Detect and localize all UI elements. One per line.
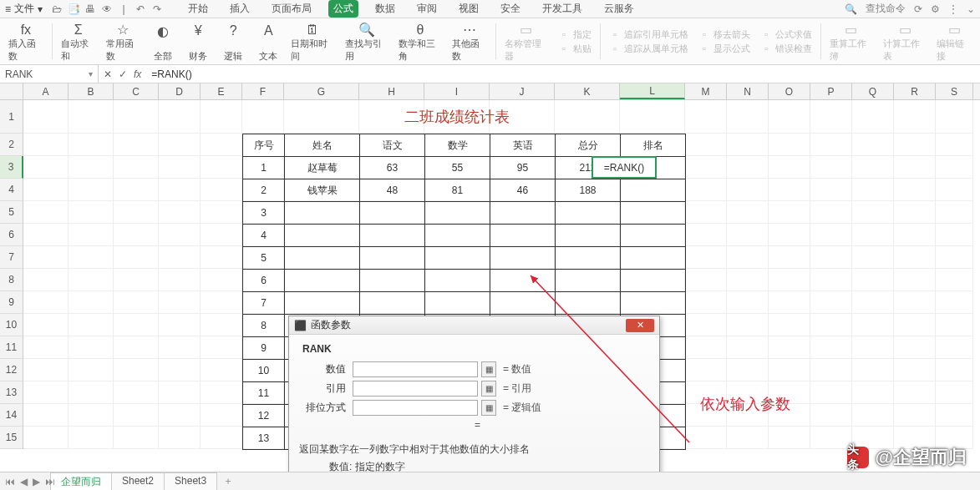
quick-access[interactable]: 🗁 📑 🖶 👁 | ↶ ↷: [51, 3, 163, 15]
grid[interactable]: 123456789101112131415 二班成绩统计表 序号姓名语文数学英语…: [0, 100, 980, 477]
ribbon-追踪引用单元格[interactable]: ▫追踪引用单元格: [609, 28, 688, 41]
select-all-corner[interactable]: [0, 83, 23, 99]
tab-公式[interactable]: 公式: [328, 0, 358, 18]
range-picker-icon[interactable]: ▦: [481, 381, 496, 397]
sheet-tab-Sheet3[interactable]: Sheet3: [164, 472, 217, 491]
tab-nav-next-icon[interactable]: ▶: [33, 476, 40, 487]
ribbon-粘贴[interactable]: ▫粘贴: [558, 43, 592, 55]
refresh-icon[interactable]: ⟳: [914, 3, 922, 15]
ribbon-日期和时间[interactable]: 🗓日期和时间: [286, 18, 339, 64]
col-I[interactable]: I: [424, 83, 490, 99]
print-icon[interactable]: 🖶: [84, 3, 96, 15]
preview-icon[interactable]: 👁: [101, 3, 113, 15]
row-1[interactable]: 1: [0, 100, 23, 134]
sheet-tab-Sheet2[interactable]: Sheet2: [111, 472, 165, 491]
col-E[interactable]: E: [201, 83, 242, 99]
undo-icon[interactable]: ↶: [135, 3, 146, 15]
ribbon-移去箭头[interactable]: ▫移去箭头: [698, 28, 750, 41]
fx-icon[interactable]: fx: [134, 68, 141, 80]
col-N[interactable]: N: [727, 83, 769, 99]
tab-开发工具[interactable]: 开发工具: [537, 0, 587, 18]
cancel-formula-icon[interactable]: ✕: [104, 68, 112, 80]
ribbon-公式求值[interactable]: ▫公式求值: [760, 28, 812, 41]
close-button[interactable]: ✕: [626, 319, 654, 332]
col-S[interactable]: S: [936, 83, 973, 99]
row-9[interactable]: 9: [0, 291, 23, 314]
search-input[interactable]: 查找命令: [866, 2, 906, 16]
table-row: 7: [243, 292, 686, 315]
row-8[interactable]: 8: [0, 269, 23, 291]
settings-icon[interactable]: ⚙: [931, 3, 940, 15]
ribbon-指定[interactable]: ▫指定: [558, 28, 592, 41]
col-Q[interactable]: Q: [852, 83, 894, 99]
more-icon[interactable]: ⋮: [948, 3, 958, 15]
ribbon-逻辑[interactable]: ?逻辑: [216, 18, 251, 64]
tab-页面布局[interactable]: 页面布局: [267, 0, 317, 18]
redo-icon[interactable]: ↷: [151, 3, 163, 15]
ribbon-其他函数[interactable]: ⋯其他函数: [447, 18, 492, 64]
col-B[interactable]: B: [69, 83, 114, 99]
col-G[interactable]: G: [284, 83, 359, 99]
row-7[interactable]: 7: [0, 246, 23, 269]
ribbon-数学和三角[interactable]: θ数学和三角: [394, 18, 447, 64]
ribbon-显示公式[interactable]: ▫显示公式: [698, 43, 750, 55]
range-picker-icon[interactable]: ▦: [481, 361, 496, 377]
row-2[interactable]: 2: [0, 134, 23, 156]
add-sheet-button[interactable]: ＋: [216, 472, 240, 490]
row-12[interactable]: 12: [0, 359, 23, 381]
tab-审阅[interactable]: 审阅: [412, 0, 442, 18]
tab-安全[interactable]: 安全: [495, 0, 526, 18]
accept-formula-icon[interactable]: ✓: [119, 68, 127, 80]
ribbon-插入函数[interactable]: fx插入函数: [3, 18, 48, 64]
name-box[interactable]: RANK▾: [0, 65, 99, 83]
tab-视图[interactable]: 视图: [454, 0, 484, 18]
ribbon-追踪从属单元格[interactable]: ▫追踪从属单元格: [609, 43, 688, 55]
ribbon-自动求和[interactable]: Σ自动求和: [56, 18, 101, 64]
col-A[interactable]: A: [23, 83, 69, 99]
col-D[interactable]: D: [159, 83, 201, 99]
col-K[interactable]: K: [555, 83, 620, 99]
tab-nav-last-icon[interactable]: ⏭: [45, 476, 55, 487]
col-C[interactable]: C: [114, 83, 159, 99]
sheet-tab-企望而归[interactable]: 企望而归: [50, 472, 112, 491]
row-11[interactable]: 11: [0, 336, 23, 359]
col-O[interactable]: O: [769, 83, 810, 99]
row-10[interactable]: 10: [0, 314, 23, 336]
range-picker-icon[interactable]: ▦: [481, 400, 496, 416]
col-F[interactable]: F: [242, 83, 284, 99]
tab-nav-prev-icon[interactable]: ◀: [20, 476, 28, 487]
save-icon[interactable]: 📑: [68, 3, 79, 15]
row-13[interactable]: 13: [0, 381, 23, 404]
search-icon[interactable]: 🔍: [845, 3, 857, 15]
col-P[interactable]: P: [810, 83, 852, 99]
row-6[interactable]: 6: [0, 224, 23, 246]
param-input-1[interactable]: [353, 381, 478, 397]
ribbon-错误检查[interactable]: ▫错误检查: [760, 43, 812, 55]
row-4[interactable]: 4: [0, 179, 23, 201]
ribbon-财务[interactable]: ¥财务: [180, 18, 216, 64]
tab-数据[interactable]: 数据: [370, 0, 400, 18]
param-input-2[interactable]: [353, 400, 478, 416]
param-input-0[interactable]: [353, 361, 478, 377]
file-menu[interactable]: ≡ 文件 ▾: [5, 2, 43, 16]
chevron-down-icon[interactable]: ⌄: [967, 3, 975, 15]
row-15[interactable]: 15: [0, 427, 23, 449]
row-3[interactable]: 3: [0, 156, 23, 179]
tab-开始[interactable]: 开始: [183, 0, 213, 18]
ribbon-文本[interactable]: A文本: [251, 18, 286, 64]
col-H[interactable]: H: [359, 83, 424, 99]
ribbon-全部[interactable]: ◐全部: [145, 18, 180, 64]
ribbon-查找与引用[interactable]: 🔍查找与引用: [340, 18, 394, 64]
col-L[interactable]: L: [620, 83, 685, 99]
row-14[interactable]: 14: [0, 404, 23, 427]
tab-云服务[interactable]: 云服务: [599, 0, 639, 18]
tab-插入[interactable]: 插入: [225, 0, 255, 18]
tab-nav-first-icon[interactable]: ⏮: [5, 476, 15, 487]
col-M[interactable]: M: [685, 83, 727, 99]
col-J[interactable]: J: [490, 83, 555, 99]
row-5[interactable]: 5: [0, 201, 23, 224]
open-icon[interactable]: 🗁: [51, 3, 63, 15]
ribbon-常用函数[interactable]: ☆常用函数: [101, 18, 146, 64]
col-R[interactable]: R: [894, 83, 936, 99]
formula-input[interactable]: =RANK(): [146, 65, 980, 83]
